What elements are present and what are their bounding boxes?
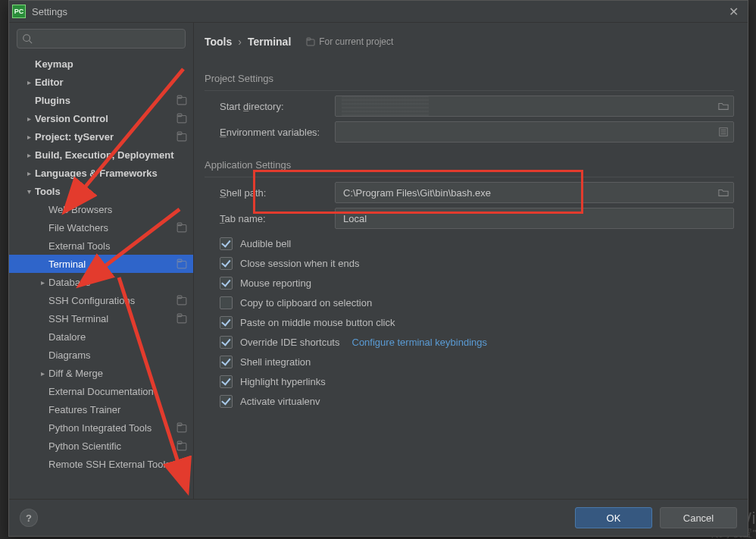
checkbox[interactable] bbox=[220, 356, 233, 368]
project-scope-icon bbox=[177, 131, 187, 142]
search-icon bbox=[22, 33, 33, 44]
check-highlight-hyperlinks: Highlight hyperlinks bbox=[205, 371, 734, 391]
sidebar-item-database[interactable]: ▸Database bbox=[9, 273, 193, 291]
sidebar-item-label: SSH Terminal bbox=[48, 313, 173, 324]
cancel-button[interactable]: Cancel bbox=[660, 507, 737, 528]
svg-point-0 bbox=[23, 35, 30, 42]
checkbox-label[interactable]: Mouse reporting bbox=[240, 277, 311, 289]
checkbox[interactable] bbox=[220, 336, 233, 349]
project-scope-icon bbox=[177, 259, 187, 269]
check-audible-bell: Audible bell bbox=[205, 233, 734, 253]
section-app-settings: Application Settings bbox=[205, 159, 734, 171]
sidebar-item-diagrams[interactable]: Diagrams bbox=[9, 346, 193, 364]
check-copy-to-clipboard-on-selection: Copy to clipboard on selection bbox=[205, 293, 734, 312]
sidebar-item-label: Project: tyServer bbox=[35, 131, 173, 143]
for-current-project-badge: For current project bbox=[306, 36, 393, 47]
sidebar-item-label: Version Control bbox=[35, 113, 173, 124]
list-edit-icon[interactable] bbox=[717, 125, 730, 139]
check-shell-integration: Shell integration bbox=[205, 352, 734, 371]
env-variables-field[interactable] bbox=[335, 121, 734, 143]
sidebar-item-build-execution-deployment[interactable]: ▸Build, Execution, Deployment bbox=[9, 146, 193, 164]
sidebar-item-datalore[interactable]: Datalore bbox=[9, 327, 193, 346]
checkbox[interactable] bbox=[220, 237, 233, 250]
redacted-path bbox=[342, 96, 429, 116]
sidebar-item-tools[interactable]: ▾Tools bbox=[9, 182, 193, 200]
settings-tree[interactable]: Keymap▸EditorPlugins▸Version Control▸Pro… bbox=[9, 53, 193, 499]
checkbox-label[interactable]: Close session when it ends bbox=[240, 258, 360, 269]
checkbox-label[interactable]: Copy to clipboard on selection bbox=[240, 297, 372, 309]
chevron-right-icon: ▸ bbox=[23, 78, 35, 86]
browse-folder-icon[interactable] bbox=[717, 186, 730, 199]
project-scope-icon bbox=[177, 295, 187, 306]
sidebar-item-ssh-configurations[interactable]: SSH Configurations bbox=[9, 291, 193, 309]
sidebar-item-diff-merge[interactable]: ▸Diff & Merge bbox=[9, 364, 193, 382]
sidebar-item-version-control[interactable]: ▸Version Control bbox=[9, 109, 193, 127]
ok-button[interactable]: OK bbox=[575, 507, 652, 528]
svg-rect-9 bbox=[177, 223, 182, 226]
chevron-right-icon: ▸ bbox=[36, 369, 48, 378]
project-scope-icon bbox=[177, 222, 187, 233]
chevron-right-icon: ▸ bbox=[36, 278, 48, 287]
checkbox[interactable] bbox=[220, 395, 233, 408]
check-close-session-when-it-ends: Close session when it ends bbox=[205, 253, 734, 273]
project-icon bbox=[306, 37, 315, 46]
checkbox-label[interactable]: Shell integration bbox=[240, 356, 311, 368]
svg-line-1 bbox=[30, 41, 33, 44]
window-title: Settings bbox=[32, 6, 724, 17]
sidebar-item-external-tools[interactable]: External Tools bbox=[9, 237, 193, 255]
close-icon[interactable]: ✕ bbox=[724, 3, 743, 20]
sidebar-item-ssh-terminal[interactable]: SSH Terminal bbox=[9, 309, 193, 327]
sidebar-item-label: External Documentation bbox=[48, 386, 187, 397]
tab-name-field[interactable] bbox=[335, 208, 734, 229]
project-scope-icon bbox=[177, 440, 187, 451]
configure-keybindings-link[interactable]: Configure terminal keybindings bbox=[352, 337, 487, 348]
checkbox-label[interactable]: Override IDE shortcuts bbox=[240, 337, 340, 348]
sidebar-item-project-tyserver[interactable]: ▸Project: tyServer bbox=[9, 127, 193, 146]
sidebar-item-file-watchers[interactable]: File Watchers bbox=[9, 218, 193, 237]
sidebar-item-terminal[interactable]: Terminal bbox=[9, 255, 193, 273]
env-variables-label: Environment variables: bbox=[205, 127, 335, 138]
project-scope-icon bbox=[177, 95, 187, 105]
settings-dialog: PC Settings ✕ Keymap▸EditorPlugins▸Versi… bbox=[8, 0, 748, 537]
sidebar-item-label: Python Scientific bbox=[48, 440, 173, 452]
checkbox[interactable] bbox=[220, 316, 233, 329]
sidebar-item-label: Build, Execution, Deployment bbox=[35, 149, 187, 161]
project-scope-icon bbox=[177, 313, 187, 324]
check-override-ide-shortcuts: Override IDE shortcutsConfigure terminal… bbox=[205, 332, 734, 352]
checkbox[interactable] bbox=[220, 257, 233, 270]
checkbox-label[interactable]: Audible bell bbox=[240, 238, 291, 249]
sidebar-item-label: Remote SSH External Tools bbox=[48, 459, 187, 470]
sidebar-item-python-integrated-tools[interactable]: Python Integrated Tools bbox=[9, 418, 193, 437]
checkbox[interactable] bbox=[220, 296, 233, 309]
sidebar-item-editor[interactable]: ▸Editor bbox=[9, 73, 193, 91]
sidebar-item-label: Plugins bbox=[35, 95, 173, 106]
checkbox-label[interactable]: Paste on middle mouse button click bbox=[240, 317, 395, 328]
help-button[interactable]: ? bbox=[20, 509, 38, 527]
sidebar-item-languages-frameworks[interactable]: ▸Languages & Frameworks bbox=[9, 164, 193, 182]
start-directory-field[interactable] bbox=[335, 96, 734, 117]
settings-sidebar: Keymap▸EditorPlugins▸Version Control▸Pro… bbox=[9, 23, 194, 499]
sidebar-item-web-browsers[interactable]: Web Browsers bbox=[9, 200, 193, 218]
checkbox[interactable] bbox=[220, 277, 233, 290]
sidebar-item-keymap[interactable]: Keymap bbox=[9, 55, 193, 73]
check-paste-on-middle-mouse-button-click: Paste on middle mouse button click bbox=[205, 312, 734, 332]
checkbox-label[interactable]: Activate virtualenv bbox=[240, 396, 320, 407]
sidebar-item-external-documentation[interactable]: External Documentation bbox=[9, 382, 193, 400]
checkbox[interactable] bbox=[220, 375, 233, 388]
chevron-right-icon: ▸ bbox=[23, 114, 35, 123]
sidebar-item-python-scientific[interactable]: Python Scientific bbox=[9, 437, 193, 455]
checkbox-label[interactable]: Highlight hyperlinks bbox=[240, 376, 326, 387]
sidebar-item-plugins[interactable]: Plugins bbox=[9, 91, 193, 109]
sidebar-item-label: Database bbox=[48, 277, 187, 288]
sidebar-item-features-trainer[interactable]: Features Trainer bbox=[9, 400, 193, 418]
sidebar-item-label: SSH Configurations bbox=[48, 295, 173, 306]
dialog-footer: ? OK Cancel bbox=[9, 499, 748, 536]
shell-path-label: Shell path: bbox=[205, 187, 335, 199]
svg-rect-15 bbox=[177, 314, 182, 317]
browse-folder-icon[interactable] bbox=[717, 99, 730, 113]
search-input[interactable] bbox=[17, 29, 186, 49]
chevron-right-icon: ▸ bbox=[23, 169, 35, 177]
shell-path-field[interactable] bbox=[335, 182, 734, 203]
sidebar-item-remote-ssh-external-tools[interactable]: Remote SSH External Tools bbox=[9, 455, 193, 473]
sidebar-item-label: Terminal bbox=[48, 259, 173, 270]
